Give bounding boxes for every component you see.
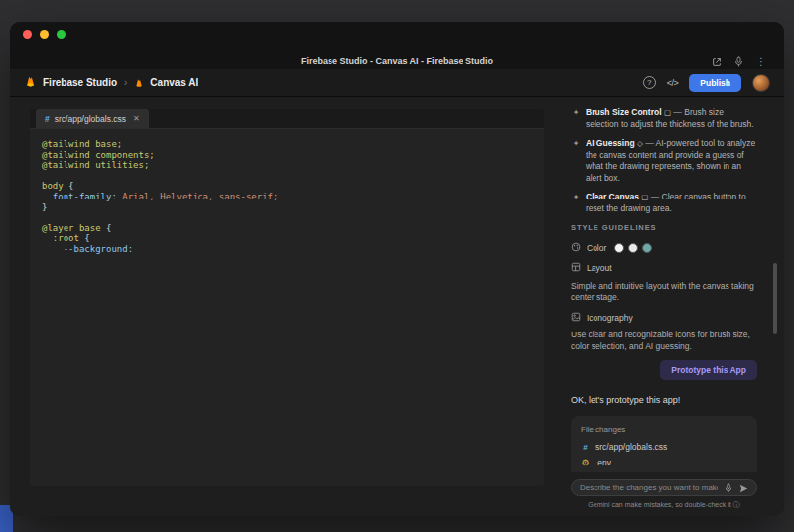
color-swatch[interactable] <box>614 243 624 253</box>
desktop-background: Firebase Studio - Canvas AI - Firebase S… <box>0 0 794 532</box>
code-line: @layer base { <box>42 223 532 234</box>
iconography-description: Use clear and recognizable icons for bru… <box>571 330 757 352</box>
separator: — <box>651 192 660 201</box>
iconography-icon <box>571 312 581 326</box>
feature-text: Clear Canvas ▢ — Clear canvas button to … <box>586 192 757 214</box>
code-line: body { <box>42 181 532 192</box>
env-file-icon: ⚙ <box>581 459 590 467</box>
separator: — <box>673 107 682 117</box>
sparkle-icon: ✦ <box>571 192 581 202</box>
feature-item: ✦ Brush Size Control ▢ — Brush size sele… <box>571 107 757 130</box>
color-row: Color <box>571 242 757 256</box>
feature-name: AI Guessing <box>586 138 635 148</box>
scrollbar-thumb[interactable] <box>773 263 777 334</box>
window-controls <box>23 30 66 39</box>
css-file-icon: # <box>581 443 590 452</box>
editor-tab[interactable]: # src/app/globals.css ✕ <box>36 109 149 128</box>
file-row[interactable]: ⚙ .env <box>581 458 747 469</box>
file-name: src/app/globals.css <box>596 442 667 454</box>
app-window: Firebase Studio - Canvas AI - Firebase S… <box>10 22 784 516</box>
minimize-window-button[interactable] <box>40 30 49 39</box>
info-icon: ⓘ <box>733 501 740 508</box>
sparkle-icon: ✦ <box>571 107 581 118</box>
code-line: font-family: Arial, Helvetica, sans-seri… <box>42 192 532 202</box>
disclaimer: Gemini can make mistakes, so double-chec… <box>571 500 757 510</box>
code-view-icon[interactable]: </> <box>667 78 679 88</box>
ai-chat-panel: ✦ Brush Size Control ▢ — Brush size sele… <box>571 107 757 472</box>
feature-text: AI Guessing ◇ — AI-powered tool to analy… <box>586 138 757 184</box>
layout-description: Simple and intuitive layout with the can… <box>571 281 757 304</box>
color-swatch[interactable] <box>628 243 638 253</box>
layout-label: Layout <box>587 263 612 275</box>
code-area[interactable]: @tailwind base;@tailwind components;@tai… <box>30 129 544 265</box>
code-line: @tailwind components; <box>42 150 532 161</box>
code-line: } <box>42 202 532 213</box>
chat-input-bar <box>571 479 757 496</box>
separator: — <box>645 138 654 148</box>
breadcrumb-app-name: Canvas AI <box>150 77 198 88</box>
color-label: Color <box>587 243 606 255</box>
layout-row: Layout <box>571 262 757 276</box>
code-editor: # src/app/globals.css ✕ @tailwind base;@… <box>30 109 544 486</box>
editor-tab-bar: # src/app/globals.css ✕ <box>30 109 544 129</box>
iconography-label: Iconography <box>587 313 633 325</box>
code-line: :root { <box>42 233 532 244</box>
style-guidelines-heading: STYLE GUIDELINES <box>571 222 757 234</box>
prototype-app-button[interactable]: Prototype this App <box>660 360 757 380</box>
window-title: Firebase Studio - Canvas AI - Firebase S… <box>10 56 784 66</box>
disclaimer-text: Gemini can make mistakes, so double-chec… <box>588 501 730 508</box>
iconography-row: Iconography <box>571 312 757 326</box>
help-icon[interactable]: ? <box>643 76 656 89</box>
app-header: Firebase Studio › Canvas AI ? </> Publis… <box>10 69 784 97</box>
chat-input[interactable] <box>580 483 718 492</box>
publish-button[interactable]: Publish <box>689 74 741 92</box>
layout-icon <box>571 262 581 276</box>
css-file-icon: # <box>45 114 50 124</box>
breadcrumb-chevron-icon: › <box>124 77 127 88</box>
close-tab-icon[interactable]: ✕ <box>133 114 140 123</box>
sparkle-icon: ✦ <box>571 138 581 149</box>
window-titlebar: Firebase Studio - Canvas AI - Firebase S… <box>10 22 784 69</box>
canvas-ai-icon <box>134 74 144 92</box>
feature-name: Brush Size Control <box>586 107 662 117</box>
feature-item: ✦ Clear Canvas ▢ — Clear canvas button t… <box>571 192 757 214</box>
brand-name[interactable]: Firebase Studio <box>43 77 117 88</box>
file-row[interactable]: # src/app/globals.css <box>581 442 747 454</box>
more-vertical-icon[interactable]: ⋮ <box>756 57 766 66</box>
close-window-button[interactable] <box>23 30 32 39</box>
ai-guess-icon: ◇ <box>637 139 643 148</box>
firebase-logo-icon <box>24 74 37 92</box>
code-line: @tailwind utilities; <box>42 160 532 171</box>
file-name: .env <box>596 458 611 469</box>
palette-icon <box>571 242 581 256</box>
brush-size-icon: ▢ <box>664 108 671 117</box>
user-avatar[interactable] <box>752 74 770 92</box>
file-changes-title: File changes <box>581 424 747 436</box>
voice-icon[interactable] <box>734 53 743 70</box>
feature-item: ✦ AI Guessing ◇ — AI-powered tool to ana… <box>571 138 757 184</box>
titlebar-actions: ⋮ <box>712 53 766 70</box>
main-content: # src/app/globals.css ✕ @tailwind base;@… <box>10 97 784 516</box>
clear-canvas-icon: ▢ <box>641 193 648 201</box>
color-swatch[interactable] <box>642 243 652 253</box>
assistant-message: OK, let's prototype this app! <box>571 395 757 407</box>
code-line: --background: <box>42 244 532 255</box>
file-changes-card: File changes # src/app/globals.css ⚙ .en… <box>571 416 757 473</box>
code-line <box>42 171 532 182</box>
feature-name: Clear Canvas <box>586 192 639 201</box>
color-swatches <box>614 243 652 253</box>
editor-tab-label: src/app/globals.css <box>55 114 126 124</box>
feature-text: Brush Size Control ▢ — Brush size select… <box>586 107 757 130</box>
code-line: @tailwind base; <box>42 139 532 150</box>
code-line <box>42 212 532 223</box>
mic-icon[interactable] <box>725 479 732 497</box>
zoom-window-button[interactable] <box>57 30 66 39</box>
share-icon[interactable] <box>712 53 722 70</box>
header-actions: ? </> Publish <box>643 74 770 92</box>
send-icon[interactable] <box>739 479 748 497</box>
